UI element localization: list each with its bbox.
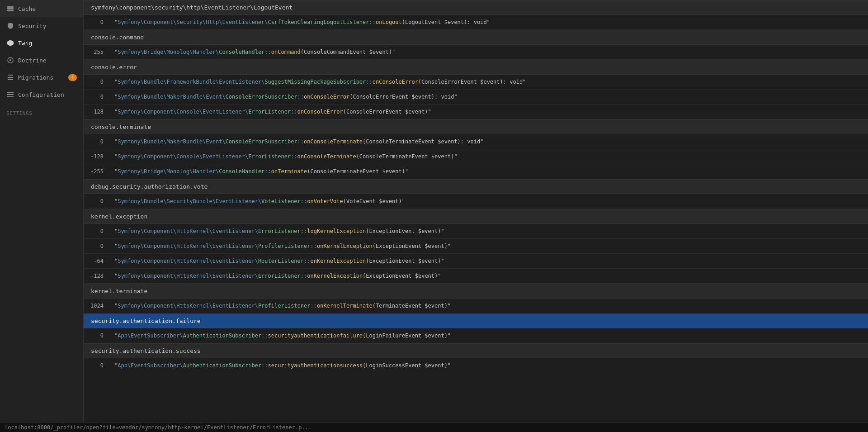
- svg-rect-8: [8, 79, 13, 80]
- svg-point-5: [9, 59, 11, 61]
- event-section-header: console.terminate: [84, 119, 868, 134]
- svg-rect-2: [7, 10, 14, 11]
- sidebar: Cache Security Twig Doctrine Migrations: [0, 0, 84, 422]
- table-row: 0 "Symfony\Bundle\MakerBundle\Event\Cons…: [84, 90, 868, 104]
- event-section-header: debug.security.authorization.vote: [84, 179, 868, 194]
- event-section-header: security.authentication.success: [84, 343, 868, 358]
- table-row: 255 "Symfony\Bridge\Monolog\Handler\Cons…: [84, 45, 868, 60]
- event-section-header: symfony\component\security\http\EventLis…: [84, 0, 868, 15]
- twig-icon: [6, 39, 14, 47]
- table-row: 0 "Symfony\Component\Security\Http\Event…: [84, 15, 868, 30]
- sidebar-item-label-cache: Cache: [18, 5, 36, 12]
- sidebar-item-configuration[interactable]: Configuration: [0, 86, 83, 103]
- event-section-header: kernel.terminate: [84, 284, 868, 299]
- table-row: 0 "Symfony\Component\HttpKernel\EventLis…: [84, 224, 868, 239]
- sidebar-item-label-migrations: Migrations: [18, 74, 53, 81]
- table-row: -255 "Symfony\Bridge\Monolog\Handler\Con…: [84, 164, 868, 179]
- status-url: localhost:8000/_profiler/open?file=vendo…: [5, 424, 311, 431]
- table-row: -1024 "Symfony\Component\HttpKernel\Even…: [84, 299, 868, 313]
- svg-rect-9: [7, 92, 14, 93]
- doctrine-icon: [6, 56, 14, 64]
- sidebar-item-doctrine[interactable]: Doctrine: [0, 52, 83, 69]
- table-row: -64 "Symfony\Component\HttpKernel\EventL…: [84, 254, 868, 269]
- sidebar-item-migrations[interactable]: Migrations 1: [0, 69, 83, 86]
- table-row: 0 "Symfony\Bundle\MakerBundle\Event\Cons…: [84, 134, 868, 149]
- table-row: 0 "App\EventSubscriber\AuthenticationSub…: [84, 358, 868, 373]
- table-row: -128 "Symfony\Component\Console\EventLis…: [84, 104, 868, 119]
- sidebar-item-security[interactable]: Security: [0, 17, 83, 34]
- table-row: 0 "Symfony\Bundle\FrameworkBundle\EventL…: [84, 75, 868, 90]
- svg-rect-6: [8, 75, 13, 76]
- svg-marker-3: [7, 40, 14, 46]
- table-row: 0 "Symfony\Component\HttpKernel\EventLis…: [84, 239, 868, 254]
- sidebar-item-label-configuration: Configuration: [18, 91, 64, 98]
- cache-icon: [6, 5, 14, 13]
- main-content: symfony\component\security\http\EventLis…: [84, 0, 868, 422]
- sidebar-item-cache[interactable]: Cache: [0, 0, 83, 17]
- configuration-icon: [6, 90, 14, 99]
- sidebar-item-label-security: Security: [18, 23, 47, 29]
- sidebar-item-label-twig: Twig: [18, 40, 32, 47]
- migrations-badge: 1: [68, 74, 77, 81]
- table-row: 0 "App\EventSubscriber\AuthenticationSub…: [84, 328, 868, 343]
- table-row: 0 "Symfony\Bundle\SecurityBundle\EventLi…: [84, 194, 868, 209]
- sidebar-item-twig[interactable]: Twig: [0, 34, 83, 52]
- svg-rect-7: [8, 77, 13, 78]
- sidebar-item-label-doctrine: Doctrine: [18, 57, 47, 64]
- security-auth-failure-header: security.authentication.failure: [84, 313, 868, 328]
- event-section-header: console.command: [84, 30, 868, 45]
- table-row: -128 "Symfony\Component\Console\EventLis…: [84, 149, 868, 164]
- svg-rect-10: [7, 94, 14, 95]
- svg-rect-0: [7, 6, 14, 8]
- svg-rect-1: [7, 8, 14, 9]
- event-section-header: kernel.exception: [84, 209, 868, 224]
- svg-rect-11: [7, 96, 14, 97]
- migrations-icon: [6, 73, 14, 81]
- status-bar: localhost:8000/_profiler/open?file=vendo…: [0, 422, 868, 432]
- security-icon: [6, 22, 14, 30]
- event-section-header: console.error: [84, 60, 868, 75]
- table-row: -128 "Symfony\Component\HttpKernel\Event…: [84, 269, 868, 284]
- settings-label: Settings: [0, 103, 83, 119]
